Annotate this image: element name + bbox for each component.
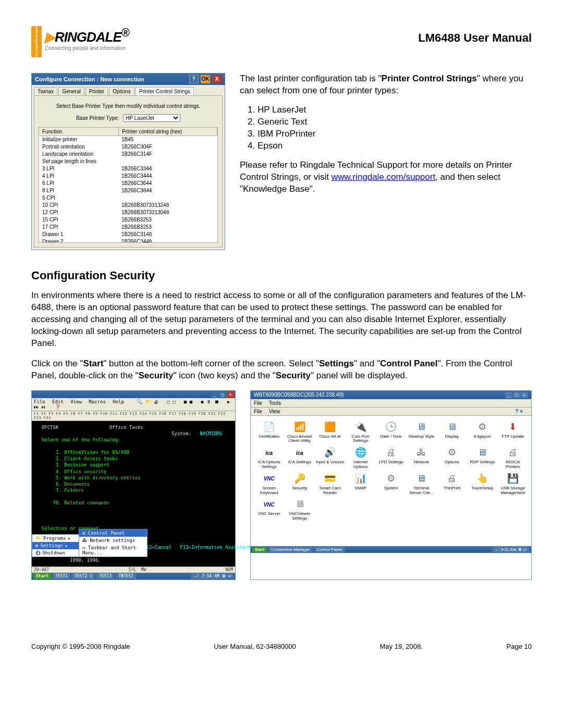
menu-edit[interactable]: Edit — [52, 399, 64, 404]
cp-icon-desktop-style[interactable]: 🖥Desktop Style — [407, 421, 435, 444]
cp-icon-internet-options[interactable]: 🌐Internet Options — [346, 447, 374, 470]
system-tray[interactable]: 🔊 7:54 AM 🖥 ▭ — [191, 573, 234, 579]
maximize-icon[interactable]: □ — [219, 391, 226, 398]
cp-icon-options[interactable]: ⚙Options — [438, 447, 466, 470]
cp-taskbar: Start Connection Manager Control Panel 🔊… — [251, 546, 531, 553]
cp-icon-com-port-settings[interactable]: 🔌Com Port Settings — [346, 421, 374, 444]
table-row[interactable]: Drawer 21B266C3448 — [39, 238, 217, 243]
minimize-icon[interactable]: _ — [211, 391, 218, 398]
tab-options[interactable]: Options — [109, 87, 134, 95]
cp-icon-thinprint[interactable]: 🖨ThinPrint — [438, 473, 466, 496]
taskbar-item[interactable]: Control Panel — [314, 547, 345, 552]
help-button[interactable]: ? — [189, 75, 199, 83]
settings-control-panel[interactable]: ⚙ Control Panel — [79, 529, 147, 537]
close-button[interactable]: X — [212, 75, 222, 83]
cp-icon-security[interactable]: 🔑Security — [285, 473, 313, 496]
cp-icon-ica-options-settings[interactable]: icaICA Options Settings — [255, 447, 283, 470]
cp-icon-rd-ica-printers[interactable]: 🖨RD/ICA Printers — [499, 447, 527, 470]
footer-copyright: Copyright © 1995-2008 Ringdale — [31, 643, 130, 650]
cp-icon-network[interactable]: 🖧Network — [407, 447, 435, 470]
cp-icon-screen-keyboard[interactable]: VNCScreen Keyboard — [255, 473, 283, 496]
printer-types-text: The last printer configuration tab is "P… — [240, 73, 532, 202]
cp-icon-display[interactable]: 🖥Display — [438, 421, 466, 444]
cp-outer-menubar: File Tools — [251, 399, 531, 408]
settings-network[interactable]: 🖧 Network settings — [79, 537, 147, 544]
taskbar-item[interactable]: TNTEST — [116, 573, 136, 579]
cp-icon-terminal-server-clie-[interactable]: 🖥Terminal Server Clie... — [407, 473, 435, 496]
menu-macros[interactable]: Macros — [89, 399, 106, 404]
settings-taskbar[interactable]: ▭ Taskbar and Start Menu... — [79, 544, 147, 557]
table-row[interactable]: 4 LPI1B266C3444 — [39, 172, 217, 180]
cp-icon-smart-card-reader[interactable]: 💳Smart Card Reader — [316, 473, 344, 496]
table-row[interactable]: 5 CPI — [39, 194, 217, 202]
ok-button[interactable]: OK — [201, 75, 210, 83]
start-programs[interactable]: 📁 Programs ▸ — [32, 535, 79, 542]
list-item: Generic Text — [258, 116, 532, 128]
table-row[interactable]: 15 CPI1B266B3253 — [39, 216, 217, 224]
taskbar-item[interactable]: TEST1 — [53, 573, 70, 579]
minimize-icon[interactable]: _ — [505, 392, 512, 398]
menu-view2[interactable]: View — [269, 409, 280, 414]
menu-view[interactable]: View — [70, 399, 82, 404]
table-row[interactable]: Landscape orientation1B266C314F — [39, 151, 217, 158]
cp-icon-edgeport[interactable]: ⚙Edgeport — [468, 421, 496, 444]
tab-general[interactable]: General — [58, 87, 84, 95]
cp-icon-lpd-settings[interactable]: 🖨LPD Settings — [377, 447, 405, 470]
taskbar-item[interactable]: TEST2 1 — [72, 573, 95, 579]
menu-file[interactable]: File — [34, 399, 45, 404]
maximize-icon[interactable]: □ — [513, 392, 520, 398]
footer-date: May 19, 2008. — [380, 643, 422, 650]
tab-printer-control-strings[interactable]: Printer Control Strings — [136, 87, 194, 95]
cp-icon-rdp-settings[interactable]: 🖥RDP Settings — [468, 447, 496, 470]
terminal-fkeys[interactable]: F1 F2 F3 F4 F5 F6 F7 F8 F9 F10 F11 F12 F… — [32, 411, 235, 421]
table-row[interactable]: Drawer 11B266C3148 — [39, 231, 217, 238]
cp-icon-cisco-aironet-client-utility[interactable]: 📶Cisco Aironet Client Utility — [285, 421, 313, 444]
table-row[interactable]: 3 LPI1B266C3344 — [39, 165, 217, 172]
menu-help[interactable]: Help — [113, 399, 124, 404]
table-row[interactable]: 8 LPI1B266C3844 — [39, 187, 217, 194]
cp-icon-date-time[interactable]: 🕒Date / Time — [377, 421, 405, 444]
close-icon[interactable]: × — [227, 391, 234, 398]
table-row[interactable]: Initialize printer1B45 — [39, 136, 217, 143]
taskbar-item[interactable]: TEST3 — [96, 573, 114, 579]
start-settings[interactable]: ⚙ Settings ▸ — [32, 542, 79, 549]
base-printer-type-select[interactable]: HP LaserJet — [123, 114, 180, 122]
start-button[interactable]: Start — [33, 573, 51, 579]
cp-icon-ftp-update[interactable]: ⬇FTP Update — [499, 421, 527, 444]
menu-tools[interactable]: Tools — [269, 400, 281, 406]
system-tray[interactable]: 🔊 9:31 AM 🖥 ▭ — [492, 547, 530, 552]
start-button[interactable]: Start — [252, 547, 267, 552]
cp-icon-ica-settings[interactable]: icaICA Settings — [285, 447, 313, 470]
cp-icon-system[interactable]: ⚙System — [377, 473, 405, 496]
list-item: Epson — [258, 140, 532, 152]
cp-icon-cisco-wlm[interactable]: 🟧Cisco WLM — [316, 421, 344, 444]
cp-icon-vncviewer-settings[interactable]: 🖥VNCViewer Settings — [285, 498, 313, 521]
table-row[interactable]: 10 CPI1B266B3073313248 — [39, 202, 217, 209]
doc-title: LM6488 User Manual — [418, 31, 532, 45]
start-shutdown[interactable]: ⏻ Shutdown — [32, 549, 79, 557]
base-printer-type-label: Base Printer Type: — [76, 115, 119, 121]
cp-icon-input-volume[interactable]: 🔊Input & Volume — [316, 447, 344, 470]
cp-icon-snmp[interactable]: 📊SNMP — [346, 473, 374, 496]
tab-twinax[interactable]: Twinax — [34, 87, 57, 95]
cp-icon-certificates[interactable]: 📄Certificates — [255, 421, 283, 444]
support-link[interactable]: www.ringdale.com/support — [332, 172, 435, 182]
table-row[interactable]: 12 CPI1B266B3073313048 — [39, 209, 217, 216]
table-row[interactable]: Set page length in lines — [39, 158, 217, 165]
list-item: HP LaserJet — [258, 104, 532, 116]
col-function: Function — [39, 128, 119, 135]
taskbar-item[interactable]: Connection Manager — [268, 547, 312, 552]
cp-help-close[interactable]: ? × — [515, 409, 523, 414]
cp-icon-touchsetup[interactable]: 👆TouchSetup — [468, 473, 496, 496]
terminal-titlebar: _□× — [32, 391, 235, 398]
cp-icon-vnc-server[interactable]: VNCVNC Server — [255, 498, 283, 521]
close-icon[interactable]: × — [521, 392, 528, 398]
menu-file2[interactable]: File — [254, 409, 262, 414]
table-row[interactable]: 17 CPI1B266B3253 — [39, 224, 217, 231]
terminal-taskbar: Start TEST1 TEST2 1 TEST3 TNTEST 🔊 7:54 … — [32, 573, 235, 579]
tab-printer[interactable]: Printer — [85, 87, 108, 95]
table-row[interactable]: Portrait orientation1B266C304F — [39, 143, 217, 151]
table-row[interactable]: 6 LPI1B266C3644 — [39, 180, 217, 187]
cp-icon-usb-storage-management[interactable]: 💾USB Storage Management — [499, 473, 527, 496]
menu-file[interactable]: File — [254, 400, 262, 406]
